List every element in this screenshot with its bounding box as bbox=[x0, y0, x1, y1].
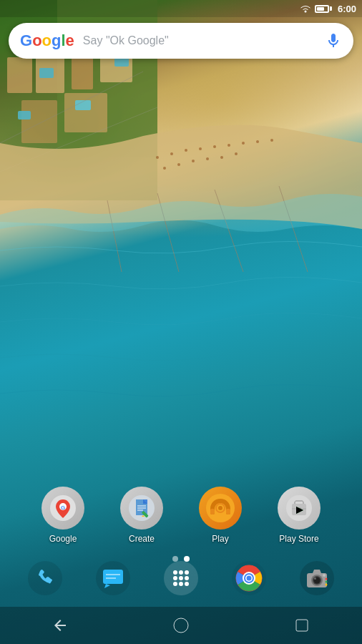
svg-point-83 bbox=[323, 574, 326, 577]
svg-point-87 bbox=[174, 618, 188, 633]
svg-point-69 bbox=[179, 582, 183, 586]
svg-point-66 bbox=[179, 576, 183, 580]
google-logo: G o o g l e bbox=[20, 31, 74, 50]
play-store-app-label: Play Store bbox=[279, 534, 318, 544]
svg-point-67 bbox=[185, 576, 189, 580]
svg-point-34 bbox=[304, 11, 306, 13]
svg-point-17 bbox=[199, 147, 202, 150]
beach-scene bbox=[0, 0, 362, 644]
svg-point-20 bbox=[242, 142, 245, 145]
status-time: 6:00 bbox=[338, 4, 356, 14]
svg-point-26 bbox=[206, 157, 209, 160]
svg-point-16 bbox=[185, 149, 187, 152]
nav-bar bbox=[0, 607, 362, 644]
dock-chrome-icon bbox=[230, 560, 268, 597]
svg-point-70 bbox=[185, 582, 189, 586]
svg-text:G: G bbox=[61, 504, 65, 511]
svg-point-68 bbox=[173, 582, 177, 586]
svg-rect-2 bbox=[7, 57, 32, 93]
dock bbox=[0, 550, 362, 607]
svg-rect-88 bbox=[296, 620, 308, 631]
dock-messages[interactable] bbox=[92, 560, 134, 597]
svg-point-65 bbox=[173, 576, 177, 580]
play-music-app[interactable]: Play bbox=[192, 487, 249, 544]
svg-point-18 bbox=[213, 145, 216, 148]
dock-apps-icon bbox=[162, 560, 200, 597]
google-app[interactable]: G Google bbox=[34, 487, 92, 544]
svg-rect-8 bbox=[39, 68, 54, 78]
mic-icon[interactable] bbox=[325, 32, 342, 49]
google-app-label: Google bbox=[49, 534, 77, 544]
search-hint: Say "Ok Google" bbox=[83, 34, 325, 47]
svg-point-51 bbox=[218, 506, 222, 510]
svg-point-21 bbox=[256, 140, 259, 143]
dock-chrome[interactable] bbox=[228, 560, 270, 597]
svg-point-84 bbox=[325, 578, 327, 580]
create-app[interactable]: Create bbox=[113, 487, 170, 544]
search-bar[interactable]: G o o g l e Say "Ok Google" bbox=[9, 23, 353, 59]
svg-point-85 bbox=[325, 581, 327, 583]
svg-rect-48 bbox=[226, 509, 230, 514]
svg-point-76 bbox=[246, 576, 251, 581]
status-bar: 6:00 bbox=[0, 0, 362, 17]
home-button[interactable] bbox=[167, 611, 195, 640]
svg-point-19 bbox=[228, 144, 230, 147]
svg-point-27 bbox=[220, 156, 223, 159]
google-app-icon: G bbox=[41, 487, 84, 530]
svg-point-86 bbox=[325, 584, 327, 586]
svg-point-28 bbox=[235, 152, 238, 155]
play-music-app-icon bbox=[199, 487, 242, 530]
dock-camera[interactable] bbox=[295, 560, 338, 597]
svg-point-25 bbox=[192, 160, 195, 162]
dock-apps[interactable] bbox=[160, 560, 202, 597]
svg-rect-47 bbox=[210, 509, 215, 514]
dock-messages-icon bbox=[94, 560, 132, 597]
play-music-app-label: Play bbox=[212, 534, 228, 544]
svg-point-63 bbox=[179, 570, 183, 575]
svg-point-64 bbox=[185, 570, 189, 575]
svg-point-24 bbox=[177, 163, 180, 166]
svg-point-14 bbox=[156, 156, 159, 159]
create-app-icon bbox=[120, 487, 163, 530]
svg-rect-58 bbox=[103, 570, 123, 584]
svg-point-62 bbox=[173, 570, 177, 575]
svg-rect-9 bbox=[18, 111, 31, 119]
wallpaper bbox=[0, 0, 362, 644]
svg-point-22 bbox=[270, 139, 273, 142]
dock-camera-icon bbox=[298, 560, 336, 597]
dock-phone[interactable] bbox=[24, 560, 67, 597]
play-store-app-icon bbox=[278, 487, 321, 530]
svg-point-82 bbox=[314, 577, 316, 580]
svg-rect-41 bbox=[143, 499, 147, 504]
wifi-icon bbox=[299, 4, 312, 14]
create-app-label: Create bbox=[129, 534, 155, 544]
battery-icon bbox=[315, 5, 332, 13]
dock-phone-icon bbox=[26, 560, 64, 597]
svg-rect-7 bbox=[64, 93, 107, 132]
svg-point-23 bbox=[163, 167, 166, 170]
app-grid: G Google Create bbox=[0, 487, 362, 544]
back-button[interactable] bbox=[46, 611, 74, 640]
svg-rect-6 bbox=[21, 100, 57, 143]
play-store-app[interactable]: Play Store bbox=[270, 487, 328, 544]
svg-point-15 bbox=[170, 152, 173, 155]
recents-button[interactable] bbox=[288, 611, 316, 640]
